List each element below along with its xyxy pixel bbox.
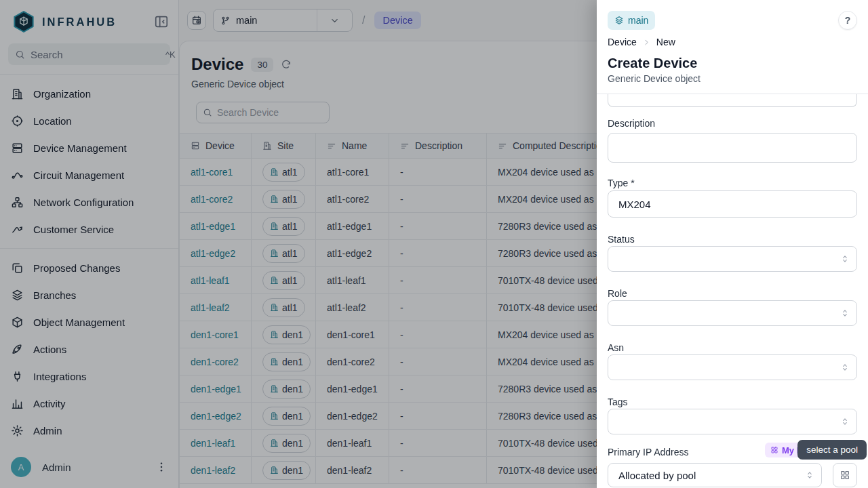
select-field[interactable] xyxy=(608,409,857,434)
ip-allocation-select[interactable]: Allocated by pool xyxy=(608,463,822,487)
drawer-branch-name: main xyxy=(628,15,648,26)
select-fields: Status Role xyxy=(608,234,857,434)
unfold-chevrons-icon xyxy=(805,470,814,480)
breadcrumb-root[interactable]: Device xyxy=(608,37,637,47)
unfold-chevrons-icon xyxy=(840,254,850,264)
grid-icon xyxy=(770,446,778,454)
type-value: MX204 xyxy=(618,199,651,210)
select-field[interactable] xyxy=(608,354,857,380)
select-pool-button[interactable] xyxy=(833,463,857,487)
type-label: Type * xyxy=(608,178,857,188)
primary-ip-label: Primary IP Address xyxy=(608,447,689,458)
breadcrumb-current: New xyxy=(656,37,675,47)
ip-allocation-value: Allocated by pool xyxy=(618,470,696,481)
layers-icon xyxy=(614,16,624,25)
drawer-branch-badge: main xyxy=(608,11,655,30)
unfold-chevrons-icon xyxy=(840,417,850,426)
field-label: Status xyxy=(608,234,857,245)
select-field[interactable] xyxy=(608,300,857,326)
description-label: Description xyxy=(608,118,857,129)
field-label: Asn xyxy=(608,342,857,353)
unfold-chevrons-icon xyxy=(840,308,850,318)
drawer-subtitle: Generic Device object xyxy=(608,73,857,84)
create-device-drawer: main ? Device New Create Device Generic … xyxy=(597,0,868,488)
type-input[interactable]: MX204 xyxy=(608,190,857,218)
unfold-chevrons-icon xyxy=(840,363,850,372)
drawer-breadcrumb: Device New xyxy=(608,37,857,47)
field-label: Role xyxy=(608,288,857,299)
field-label: Tags xyxy=(608,396,857,407)
description-textarea[interactable] xyxy=(608,133,857,163)
create-device-form: Description Type * MX204 Status Role xyxy=(597,94,868,487)
grid-icon xyxy=(840,470,850,481)
clipped-name-field[interactable] xyxy=(608,94,857,107)
select-a-pool-tooltip: select a pool xyxy=(797,440,867,460)
help-button[interactable]: ? xyxy=(838,11,857,30)
select-field[interactable] xyxy=(608,246,857,272)
drawer-title: Create Device xyxy=(608,56,857,71)
chevron-right-icon xyxy=(642,38,651,47)
